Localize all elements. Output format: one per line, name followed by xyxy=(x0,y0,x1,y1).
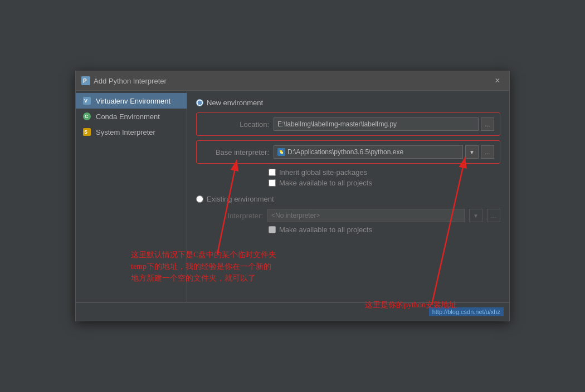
interpreter-browse-button: ... xyxy=(487,209,500,222)
interpreter-input xyxy=(267,209,465,222)
make-available2-label: Make available to all projects xyxy=(279,226,372,234)
inherit-label: Inherit global site-packages xyxy=(279,168,367,177)
sidebar-item-virtualenv[interactable]: V Virtualenv Environment xyxy=(76,93,187,109)
bottom-bar: http://blog.csdn.net/u/xhz xyxy=(76,302,509,321)
base-interpreter-row: Base interpreter: D:\Applications\python… xyxy=(202,145,494,159)
interpreter-dropdown-button: ▼ xyxy=(469,209,482,222)
new-environment-label: New environment xyxy=(207,99,263,107)
location-field-group: Location: ... xyxy=(196,112,500,136)
app-icon: P xyxy=(81,76,90,85)
interpreter-label: Interpreter: xyxy=(196,212,263,220)
close-button[interactable]: × xyxy=(491,75,504,87)
existing-environment-section: Existing environment Interpreter: ▼ ... … xyxy=(196,195,500,234)
make-available2-checkbox-row: Make available to all projects xyxy=(269,226,500,234)
base-interpreter-field-group: Base interpreter: D:\Applications\python… xyxy=(196,140,500,164)
base-interpreter-input-wrap: D:\Applications\python3.6.5\python.exe ▼… xyxy=(274,145,494,159)
svg-text:P: P xyxy=(83,78,87,84)
svg-text:C: C xyxy=(85,114,89,119)
inherit-checkbox[interactable] xyxy=(269,169,276,176)
make-available-checkbox-row: Make available to all projects xyxy=(269,179,500,187)
existing-environment-label: Existing environment xyxy=(207,195,274,203)
location-label: Location: xyxy=(202,120,269,129)
main-content: New environment Location: ... Ba xyxy=(187,91,509,302)
base-interpreter-browse-button[interactable]: ... xyxy=(481,145,494,159)
inherit-checkbox-row: Inherit global site-packages xyxy=(269,168,500,177)
existing-environment-radio[interactable] xyxy=(196,195,203,203)
base-interpreter-dropdown-button[interactable]: ▼ xyxy=(465,145,479,159)
virtualenv-icon: V xyxy=(82,96,91,105)
svg-text:V: V xyxy=(84,98,87,104)
dialog-title: Add Python Interpreter xyxy=(94,77,167,85)
location-browse-button[interactable]: ... xyxy=(481,117,494,131)
title-bar: P Add Python Interpreter × xyxy=(76,71,509,91)
sidebar-label-conda: Conda Environment xyxy=(96,112,160,121)
interpreter-row: Interpreter: ▼ ... xyxy=(196,209,500,222)
bottom-link[interactable]: http://blog.csdn.net/u/xhz xyxy=(429,307,504,316)
base-interpreter-dropdown[interactable]: D:\Applications\python3.6.5\python.exe xyxy=(274,145,463,159)
existing-environment-radio-row: Existing environment xyxy=(196,195,500,203)
sidebar-label-virtualenv: Virtualenv Environment xyxy=(96,97,170,105)
new-environment-radio[interactable] xyxy=(196,99,203,106)
sidebar-item-conda[interactable]: C Conda Environment xyxy=(76,109,187,124)
sidebar: V Virtualenv Environment C Conda Environ… xyxy=(76,91,187,302)
location-row: Location: ... xyxy=(202,117,494,131)
make-available2-checkbox xyxy=(269,226,276,233)
new-environment-section: New environment xyxy=(196,99,500,107)
make-available-label: Make available to all projects xyxy=(279,179,372,187)
location-input-wrap: ... xyxy=(274,117,494,131)
system-interpreter-icon: S xyxy=(82,128,91,136)
location-input[interactable] xyxy=(274,117,479,131)
base-interpreter-value: D:\Applications\python3.6.5\python.exe xyxy=(287,148,459,156)
make-available-checkbox[interactable] xyxy=(269,179,276,187)
base-interpreter-label: Base interpreter: xyxy=(202,148,269,156)
svg-text:S: S xyxy=(84,129,87,135)
conda-icon: C xyxy=(82,112,91,121)
sidebar-item-system[interactable]: S System Interpreter xyxy=(76,124,187,140)
sidebar-label-system: System Interpreter xyxy=(96,128,155,136)
